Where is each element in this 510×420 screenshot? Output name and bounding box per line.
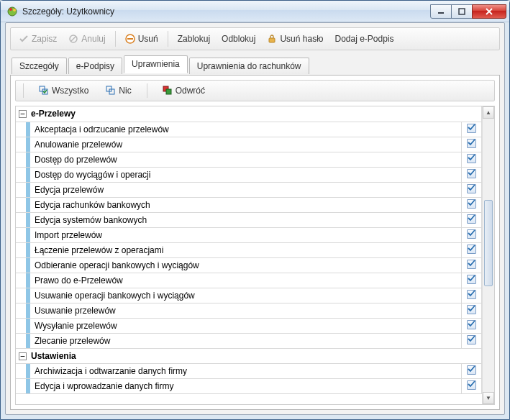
permission-checkbox-cell[interactable]: [462, 242, 482, 257]
checkbox[interactable]: [467, 139, 476, 148]
permission-label: Edycja przelewów: [30, 182, 462, 197]
checkbox[interactable]: [467, 320, 476, 329]
checkbox[interactable]: [467, 229, 476, 239]
scroll-down-arrow[interactable]: ▼: [483, 392, 494, 404]
checkbox[interactable]: [467, 335, 476, 344]
permission-checkbox-cell[interactable]: [462, 167, 482, 182]
checkbox[interactable]: [467, 214, 476, 224]
grid-scroll[interactable]: −e-PrzelewyAkceptacja i odrzucanie przel…: [16, 106, 482, 404]
minimize-button[interactable]: [430, 4, 452, 19]
gutter: [16, 333, 26, 348]
permission-label: Anulowanie przelewów: [30, 137, 462, 152]
permissions-grid: −e-PrzelewyAkceptacja i odrzucanie przel…: [15, 106, 495, 405]
delete-password-label: Usuń hasło: [280, 35, 323, 43]
permission-row[interactable]: Prawo do e-Przelewów: [16, 273, 482, 288]
permission-row[interactable]: Anulowanie przelewów: [16, 137, 482, 152]
unblock-button[interactable]: Odblokuj: [217, 32, 260, 46]
gutter: [16, 303, 26, 318]
permission-checkbox-cell[interactable]: [462, 363, 482, 378]
permission-checkbox-cell[interactable]: [462, 273, 482, 288]
permission-row[interactable]: Łączenie przelewów z operacjami: [16, 242, 482, 257]
tab-permissions[interactable]: Uprawnienia: [124, 55, 188, 73]
svg-rect-4: [459, 9, 465, 14]
permission-checkbox-cell[interactable]: [462, 152, 482, 167]
permission-checkbox-cell[interactable]: [462, 182, 482, 197]
add-esign-button[interactable]: Dodaj e-Podpis: [330, 32, 399, 46]
group-header[interactable]: −Ustawienia: [16, 348, 482, 363]
titlebar[interactable]: Szczegóły: Użytkownicy: [1, 1, 509, 22]
app-window: Szczegóły: Użytkownicy Zapisz Anuluj: [0, 0, 510, 420]
permission-row[interactable]: Usuwanie przelewów: [16, 303, 482, 318]
checkbox[interactable]: [467, 365, 476, 375]
checkbox[interactable]: [467, 199, 476, 209]
checkbox[interactable]: [467, 154, 476, 163]
checkbox[interactable]: [467, 245, 476, 254]
select-none-button[interactable]: Nic: [101, 83, 136, 99]
permission-row[interactable]: Usuwanie operacji bankowych i wyciągów: [16, 288, 482, 303]
tab-strip: Szczegóły e-Podpisy Uprawnienia Uprawnie…: [6, 56, 504, 73]
permission-checkbox-cell[interactable]: [462, 318, 482, 333]
permission-row[interactable]: Wysyłanie przelewów: [16, 318, 482, 333]
scroll-up-arrow[interactable]: ▲: [483, 106, 494, 119]
permission-checkbox-cell[interactable]: [462, 378, 482, 393]
permission-row[interactable]: Edycja i wprowadzanie danych firmy: [16, 378, 482, 393]
tab-account-permissions[interactable]: Uprawnienia do rachunków: [189, 58, 309, 74]
delete-password-button[interactable]: Usuń hasło: [262, 31, 328, 47]
permission-row[interactable]: Odbieranie operacji bankowych i wyciągów: [16, 257, 482, 273]
save-button[interactable]: Zapisz: [14, 31, 62, 47]
svg-line-6: [71, 37, 76, 42]
permission-row[interactable]: Dostęp do przelewów: [16, 152, 482, 167]
block-button[interactable]: Zablokuj: [173, 32, 215, 46]
checkbox[interactable]: [467, 275, 476, 284]
invert-selection-button[interactable]: Odwróć: [158, 83, 210, 99]
checkbox[interactable]: [467, 169, 476, 178]
svg-point-2: [13, 9, 16, 12]
collapse-icon[interactable]: −: [19, 110, 27, 118]
permission-checkbox-cell[interactable]: [462, 288, 482, 303]
vertical-scrollbar[interactable]: ▲ ▼: [482, 106, 494, 404]
select-all-button[interactable]: Wszystko: [34, 83, 94, 99]
tab-esign[interactable]: e-Podpisy: [68, 58, 122, 74]
permission-checkbox-cell[interactable]: [462, 212, 482, 227]
checkbox[interactable]: [467, 184, 476, 193]
delete-button[interactable]: Usuń: [120, 31, 163, 47]
permission-checkbox-cell[interactable]: [462, 303, 482, 318]
cancel-button[interactable]: Anuluj: [63, 31, 110, 47]
permission-row[interactable]: Import przelewów: [16, 227, 482, 242]
group-header[interactable]: −e-Przelewy: [16, 106, 482, 122]
permission-checkbox-cell[interactable]: [462, 257, 482, 273]
permission-row[interactable]: Zlecanie przelewów: [16, 333, 482, 348]
permission-row[interactable]: Akceptacja i odrzucanie przelewów: [16, 122, 482, 137]
separator: [115, 31, 116, 47]
maximize-button[interactable]: [451, 4, 473, 19]
permission-label: Odbieranie operacji bankowych i wyciągów: [30, 257, 462, 273]
permission-checkbox-cell[interactable]: [462, 333, 482, 348]
checkbox[interactable]: [467, 380, 476, 390]
checkbox[interactable]: [467, 124, 476, 133]
group-label: Ustawienia: [31, 351, 76, 361]
permission-row[interactable]: Dostęp do wyciągów i operacji: [16, 167, 482, 182]
permission-row[interactable]: Edycja przelewów: [16, 182, 482, 197]
lock-icon: [267, 34, 277, 44]
minus-circle-icon: [125, 34, 135, 44]
delete-label: Usuń: [138, 35, 158, 43]
collapse-icon[interactable]: −: [19, 352, 27, 360]
permission-row[interactable]: Archiwizacja i odtwarzanie danych firmy: [16, 363, 482, 378]
scroll-thumb[interactable]: [484, 200, 493, 286]
permission-label: Import przelewów: [30, 227, 462, 242]
permission-label: Dostęp do wyciągów i operacji: [30, 167, 462, 182]
tab-details-label: Szczegóły: [19, 61, 59, 71]
permission-row[interactable]: Edycja rachunków bankowych: [16, 197, 482, 212]
invert-icon: [163, 86, 173, 96]
permission-checkbox-cell[interactable]: [462, 227, 482, 242]
permission-row[interactable]: Edycja systemów bankowych: [16, 212, 482, 227]
checkbox[interactable]: [467, 290, 476, 299]
permission-checkbox-cell[interactable]: [462, 122, 482, 137]
checkbox[interactable]: [467, 260, 476, 269]
permission-checkbox-cell[interactable]: [462, 197, 482, 212]
close-button[interactable]: [472, 4, 506, 19]
tab-details[interactable]: Szczegóły: [12, 58, 67, 74]
permission-checkbox-cell[interactable]: [462, 137, 482, 152]
checkbox[interactable]: [467, 305, 476, 314]
check-icon: [19, 34, 29, 44]
